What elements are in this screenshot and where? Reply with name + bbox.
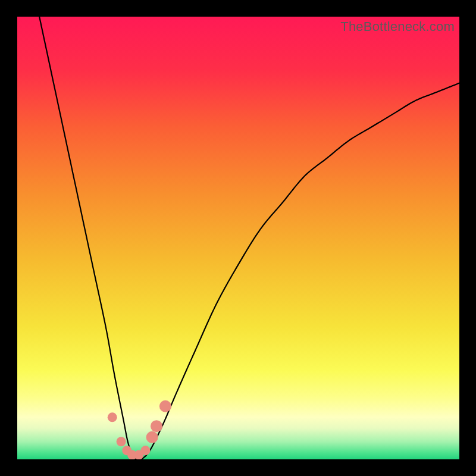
plot-area: TheBottleneck.com — [17, 17, 459, 459]
watermark-text: TheBottleneck.com — [340, 19, 455, 35]
gradient-background — [17, 17, 459, 459]
chart-frame: TheBottleneck.com — [0, 0, 476, 476]
svg-rect-0 — [17, 17, 459, 459]
